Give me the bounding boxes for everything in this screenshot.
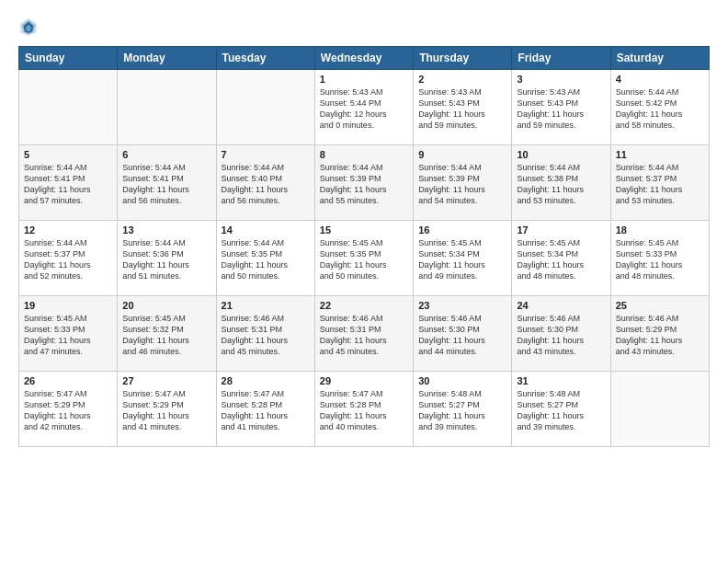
day-number: 6 xyxy=(122,149,210,160)
day-info: Sunrise: 5:43 AMSunset: 5:44 PMDaylight:… xyxy=(320,86,408,132)
day-number: 12 xyxy=(24,224,112,236)
calendar-cell: 7Sunrise: 5:44 AMSunset: 5:40 PMDaylight… xyxy=(216,145,314,221)
day-number: 1 xyxy=(320,74,408,85)
calendar-cell: 11Sunrise: 5:44 AMSunset: 5:37 PMDayligh… xyxy=(610,145,709,221)
calendar-cell: 30Sunrise: 5:48 AMSunset: 5:27 PMDayligh… xyxy=(414,372,512,447)
calendar-cell xyxy=(610,372,709,447)
day-info: Sunrise: 5:47 AMSunset: 5:29 PMDaylight:… xyxy=(24,388,112,433)
day-info: Sunrise: 5:44 AMSunset: 5:37 PMDaylight:… xyxy=(616,162,704,207)
day-info: Sunrise: 5:45 AMSunset: 5:32 PMDaylight:… xyxy=(122,313,210,358)
calendar-cell xyxy=(118,70,216,145)
day-info: Sunrise: 5:48 AMSunset: 5:27 PMDaylight:… xyxy=(517,388,605,433)
weekday-header-thursday: Thursday xyxy=(414,47,512,70)
calendar-cell: 16Sunrise: 5:45 AMSunset: 5:34 PMDayligh… xyxy=(414,221,512,296)
weekday-header-wednesday: Wednesday xyxy=(314,47,413,70)
day-number: 23 xyxy=(418,300,506,311)
day-number: 10 xyxy=(517,149,605,160)
calendar-cell: 4Sunrise: 5:44 AMSunset: 5:42 PMDaylight… xyxy=(610,70,709,145)
day-number: 17 xyxy=(517,224,605,236)
calendar-cell: 5Sunrise: 5:44 AMSunset: 5:41 PMDaylight… xyxy=(19,145,118,221)
day-number: 20 xyxy=(122,300,210,311)
day-number: 29 xyxy=(320,375,408,386)
weekday-header-friday: Friday xyxy=(512,47,610,70)
day-number: 21 xyxy=(222,300,310,311)
day-info: Sunrise: 5:46 AMSunset: 5:30 PMDaylight:… xyxy=(418,313,506,358)
day-number: 4 xyxy=(616,74,704,85)
day-info: Sunrise: 5:47 AMSunset: 5:29 PMDaylight:… xyxy=(122,388,210,433)
day-number: 30 xyxy=(418,375,506,386)
day-info: Sunrise: 5:47 AMSunset: 5:28 PMDaylight:… xyxy=(222,388,310,433)
calendar-cell: 12Sunrise: 5:44 AMSunset: 5:37 PMDayligh… xyxy=(19,221,118,296)
calendar-cell: 27Sunrise: 5:47 AMSunset: 5:29 PMDayligh… xyxy=(118,372,216,447)
day-info: Sunrise: 5:44 AMSunset: 5:40 PMDaylight:… xyxy=(222,162,310,207)
calendar-cell: 31Sunrise: 5:48 AMSunset: 5:27 PMDayligh… xyxy=(512,372,610,447)
calendar-cell: 13Sunrise: 5:44 AMSunset: 5:36 PMDayligh… xyxy=(118,221,216,296)
day-number: 26 xyxy=(24,375,112,386)
calendar-cell: 18Sunrise: 5:45 AMSunset: 5:33 PMDayligh… xyxy=(610,221,709,296)
day-number: 13 xyxy=(122,224,210,236)
day-number: 28 xyxy=(222,375,310,386)
day-info: Sunrise: 5:45 AMSunset: 5:34 PMDaylight:… xyxy=(517,237,605,282)
calendar-cell: 19Sunrise: 5:45 AMSunset: 5:33 PMDayligh… xyxy=(19,296,118,372)
calendar-cell: 2Sunrise: 5:43 AMSunset: 5:43 PMDaylight… xyxy=(414,70,512,145)
day-info: Sunrise: 5:44 AMSunset: 5:38 PMDaylight:… xyxy=(517,162,605,207)
calendar-week-row: 12Sunrise: 5:44 AMSunset: 5:37 PMDayligh… xyxy=(19,221,710,296)
day-info: Sunrise: 5:45 AMSunset: 5:35 PMDaylight:… xyxy=(320,237,408,282)
weekday-header-row: SundayMondayTuesdayWednesdayThursdayFrid… xyxy=(19,47,710,70)
day-number: 14 xyxy=(222,224,310,236)
day-number: 9 xyxy=(418,149,506,160)
day-info: Sunrise: 5:46 AMSunset: 5:31 PMDaylight:… xyxy=(320,313,408,358)
day-info: Sunrise: 5:44 AMSunset: 5:41 PMDaylight:… xyxy=(122,162,210,207)
day-info: Sunrise: 5:46 AMSunset: 5:29 PMDaylight:… xyxy=(616,313,704,358)
calendar-cell: 15Sunrise: 5:45 AMSunset: 5:35 PMDayligh… xyxy=(314,221,413,296)
day-info: Sunrise: 5:46 AMSunset: 5:31 PMDaylight:… xyxy=(222,313,310,358)
calendar: SundayMondayTuesdayWednesdayThursdayFrid… xyxy=(18,46,710,447)
day-number: 31 xyxy=(517,375,605,386)
day-info: Sunrise: 5:44 AMSunset: 5:36 PMDaylight:… xyxy=(122,237,210,282)
calendar-week-row: 19Sunrise: 5:45 AMSunset: 5:33 PMDayligh… xyxy=(19,296,710,372)
calendar-cell: 6Sunrise: 5:44 AMSunset: 5:41 PMDaylight… xyxy=(118,145,216,221)
day-info: Sunrise: 5:45 AMSunset: 5:33 PMDaylight:… xyxy=(24,313,112,358)
day-info: Sunrise: 5:48 AMSunset: 5:27 PMDaylight:… xyxy=(418,388,506,433)
day-info: Sunrise: 5:44 AMSunset: 5:39 PMDaylight:… xyxy=(320,162,408,207)
day-number: 3 xyxy=(517,74,605,85)
calendar-cell: 20Sunrise: 5:45 AMSunset: 5:32 PMDayligh… xyxy=(118,296,216,372)
day-number: 7 xyxy=(222,149,310,160)
calendar-cell: 17Sunrise: 5:45 AMSunset: 5:34 PMDayligh… xyxy=(512,221,610,296)
day-info: Sunrise: 5:44 AMSunset: 5:41 PMDaylight:… xyxy=(24,162,112,207)
calendar-cell: 25Sunrise: 5:46 AMSunset: 5:29 PMDayligh… xyxy=(610,296,709,372)
day-number: 19 xyxy=(24,300,112,311)
day-number: 16 xyxy=(418,224,506,236)
day-number: 18 xyxy=(616,224,704,236)
weekday-header-sunday: Sunday xyxy=(19,47,118,70)
day-info: Sunrise: 5:46 AMSunset: 5:30 PMDaylight:… xyxy=(517,313,605,358)
day-info: Sunrise: 5:43 AMSunset: 5:43 PMDaylight:… xyxy=(418,86,506,132)
logo-icon xyxy=(18,17,39,37)
calendar-cell: 26Sunrise: 5:47 AMSunset: 5:29 PMDayligh… xyxy=(19,372,118,447)
calendar-cell: 1Sunrise: 5:43 AMSunset: 5:44 PMDaylight… xyxy=(314,70,413,145)
day-number: 27 xyxy=(122,375,210,386)
calendar-week-row: 5Sunrise: 5:44 AMSunset: 5:41 PMDaylight… xyxy=(19,145,710,221)
day-number: 22 xyxy=(320,300,408,311)
weekday-header-saturday: Saturday xyxy=(610,47,709,70)
page: SundayMondayTuesdayWednesdayThursdayFrid… xyxy=(0,0,728,563)
day-info: Sunrise: 5:44 AMSunset: 5:35 PMDaylight:… xyxy=(222,237,310,282)
calendar-cell: 8Sunrise: 5:44 AMSunset: 5:39 PMDaylight… xyxy=(314,145,413,221)
calendar-cell: 10Sunrise: 5:44 AMSunset: 5:38 PMDayligh… xyxy=(512,145,610,221)
calendar-cell: 21Sunrise: 5:46 AMSunset: 5:31 PMDayligh… xyxy=(216,296,314,372)
day-number: 5 xyxy=(24,149,112,160)
day-info: Sunrise: 5:45 AMSunset: 5:34 PMDaylight:… xyxy=(418,237,506,282)
header xyxy=(18,17,710,37)
logo xyxy=(18,17,42,37)
weekday-header-tuesday: Tuesday xyxy=(216,47,314,70)
day-number: 11 xyxy=(616,149,704,160)
calendar-cell: 28Sunrise: 5:47 AMSunset: 5:28 PMDayligh… xyxy=(216,372,314,447)
day-number: 2 xyxy=(418,74,506,85)
day-info: Sunrise: 5:43 AMSunset: 5:43 PMDaylight:… xyxy=(517,86,605,132)
calendar-cell: 9Sunrise: 5:44 AMSunset: 5:39 PMDaylight… xyxy=(414,145,512,221)
day-info: Sunrise: 5:47 AMSunset: 5:28 PMDaylight:… xyxy=(320,388,408,433)
calendar-cell xyxy=(216,70,314,145)
day-info: Sunrise: 5:44 AMSunset: 5:39 PMDaylight:… xyxy=(418,162,506,207)
calendar-week-row: 1Sunrise: 5:43 AMSunset: 5:44 PMDaylight… xyxy=(19,70,710,145)
calendar-cell xyxy=(19,70,118,145)
